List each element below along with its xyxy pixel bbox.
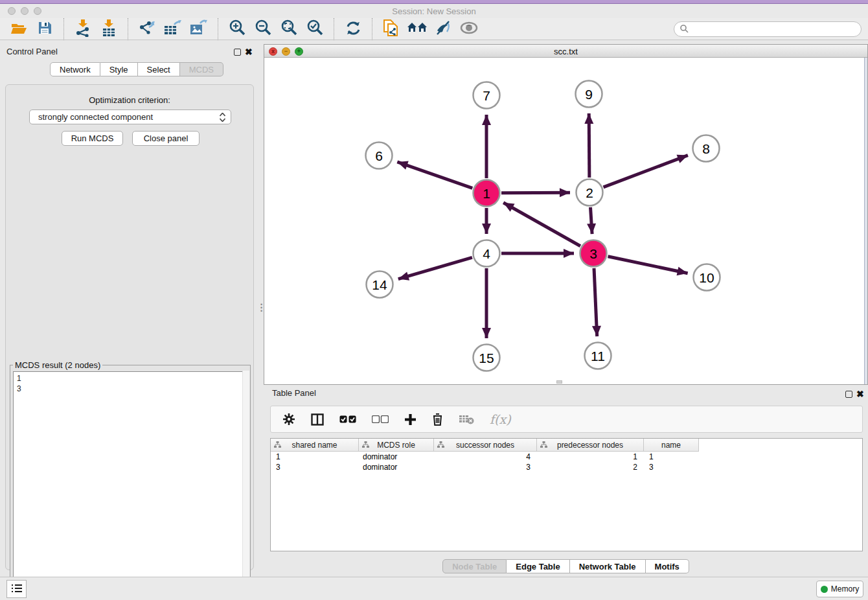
- zoom-fit-button[interactable]: [276, 19, 302, 39]
- column-header-predecessor-nodes[interactable]: predecessor nodes: [537, 439, 644, 452]
- select-all-checkboxes-icon[interactable]: [339, 415, 356, 423]
- column-hierarchy-icon: [274, 441, 281, 450]
- tab-mcds[interactable]: MCDS: [180, 62, 223, 76]
- column-header-MCDS-role[interactable]: MCDS role: [359, 439, 434, 452]
- table-row[interactable]: 1dominator411: [271, 452, 862, 462]
- table-cell[interactable]: 3: [271, 462, 359, 472]
- column-header-shared-name[interactable]: shared name: [271, 439, 359, 452]
- table-cell[interactable]: dominator: [359, 462, 434, 472]
- network-view-window: x − + scc.txt 7968124314101511: [264, 44, 868, 385]
- search-input[interactable]: [689, 23, 861, 36]
- import-network-icon: [74, 19, 91, 39]
- graph-edge-2-9[interactable]: [589, 113, 589, 178]
- column-header-label: predecessor nodes: [557, 441, 623, 450]
- task-history-button[interactable]: [6, 580, 27, 598]
- graph-node-label-15: 15: [479, 351, 494, 365]
- graph-edge-1-2[interactable]: [501, 192, 570, 193]
- tab-network-table[interactable]: Network Table: [570, 559, 646, 573]
- delete-column-icon[interactable]: [432, 413, 443, 426]
- graph-node-label-6: 6: [375, 148, 383, 163]
- import-network-button[interactable]: [70, 19, 96, 39]
- criterion-dropdown[interactable]: strongly connected component: [29, 110, 231, 124]
- zoom-in-button[interactable]: [224, 19, 250, 39]
- graph-edge-3-1[interactable]: [503, 203, 580, 246]
- tab-edge-table[interactable]: Edge Table: [507, 559, 569, 573]
- table-cell[interactable]: dominator: [359, 452, 434, 462]
- import-table-button[interactable]: [96, 19, 122, 39]
- splitter-handle-icon: •••: [260, 303, 262, 313]
- network-overview-button[interactable]: [404, 19, 430, 39]
- graph-edge-2-8[interactable]: [604, 156, 688, 187]
- node-table-header: shared nameMCDS rolesuccessor nodesprede…: [271, 439, 699, 452]
- export-image-button[interactable]: [186, 19, 212, 39]
- control-panel-tabs: Network Style Select MCDS: [50, 62, 223, 76]
- table-cell[interactable]: 1: [644, 452, 699, 462]
- clone-network-button[interactable]: [378, 19, 404, 39]
- column-hierarchy-icon: [540, 441, 547, 450]
- refresh-network-button[interactable]: [340, 19, 366, 39]
- table-cell[interactable]: 3: [434, 462, 537, 472]
- network-scroll-grip[interactable]: [556, 380, 562, 384]
- float-table-panel-icon[interactable]: [845, 391, 852, 398]
- main-toolbar: [0, 18, 868, 40]
- export-table-button[interactable]: [160, 19, 186, 39]
- control-panel-title: Control Panel: [6, 47, 58, 56]
- table-cell[interactable]: 1: [271, 452, 359, 462]
- graph-edge-1-6[interactable]: [397, 162, 472, 189]
- export-network-button[interactable]: [134, 19, 160, 39]
- zoom-in-icon: [229, 19, 246, 38]
- tab-motifs[interactable]: Motifs: [646, 559, 689, 573]
- graph-edge-2-3[interactable]: [590, 207, 592, 234]
- table-cell[interactable]: 4: [434, 452, 537, 462]
- column-header-name[interactable]: name: [644, 439, 699, 452]
- float-panel-icon[interactable]: [234, 49, 241, 56]
- add-column-icon[interactable]: [404, 413, 417, 426]
- table-panel: Table Panel ✖ f(x) shared nameMCDS roles…: [264, 385, 868, 577]
- function-builder-icon: f(x): [490, 412, 511, 426]
- graph-edge-3-10[interactable]: [608, 257, 688, 273]
- settings-gear-icon[interactable]: [282, 413, 295, 426]
- hide-graphics-details-button[interactable]: [430, 19, 456, 39]
- network-vertical-scrollbar[interactable]: [864, 58, 867, 384]
- open-session-button[interactable]: [6, 19, 32, 39]
- column-header-successor-nodes[interactable]: successor nodes: [434, 439, 537, 452]
- table-cell[interactable]: 3: [644, 462, 699, 472]
- graph-node-label-9: 9: [585, 87, 593, 102]
- graph-edge-3-11[interactable]: [594, 268, 597, 336]
- tab-network[interactable]: Network: [50, 62, 100, 76]
- tab-select[interactable]: Select: [138, 62, 180, 76]
- memory-button[interactable]: Memory: [816, 581, 863, 597]
- node-table[interactable]: shared nameMCDS rolesuccessor nodesprede…: [270, 438, 863, 551]
- tab-style[interactable]: Style: [100, 62, 138, 76]
- column-header-label: MCDS role: [377, 441, 415, 450]
- table-panel-title: Table Panel: [272, 388, 316, 398]
- delete-table-icon: [459, 414, 474, 424]
- panel-splitter[interactable]: •••: [259, 44, 264, 577]
- search-icon: [680, 24, 689, 35]
- show-graphics-details-button[interactable]: [456, 19, 482, 39]
- status-bar: Memory: [0, 577, 868, 600]
- mcds-result-textarea[interactable]: 1 3: [13, 371, 247, 600]
- network-graph[interactable]: 7968124314101511: [264, 58, 867, 384]
- stepper-arrows-icon: [218, 111, 226, 123]
- tab-node-table[interactable]: Node Table: [442, 559, 507, 573]
- search-box[interactable]: [674, 21, 862, 37]
- zoom-out-button[interactable]: [250, 19, 276, 39]
- close-table-panel-icon[interactable]: ✖: [856, 389, 864, 399]
- zoom-selected-button[interactable]: [302, 19, 328, 39]
- node-table-body: 1dominator4113dominator323: [271, 452, 862, 472]
- save-session-button[interactable]: [32, 19, 58, 39]
- close-panel-button[interactable]: Close panel: [132, 131, 200, 146]
- result-scrollbar[interactable]: [242, 371, 249, 600]
- table-cell[interactable]: 1: [537, 452, 644, 462]
- table-row[interactable]: 3dominator323: [271, 462, 862, 472]
- close-panel-icon[interactable]: ✖: [245, 47, 253, 57]
- eye-icon: [460, 21, 478, 37]
- deselect-all-checkboxes-icon[interactable]: [372, 415, 389, 423]
- graph-edge-4-14[interactable]: [398, 257, 472, 279]
- column-layout-icon[interactable]: [311, 413, 324, 426]
- clone-network-icon: [383, 19, 400, 39]
- table-panel-tabs: Node Table Edge Table Network Table Moti…: [264, 559, 868, 574]
- run-mcds-button[interactable]: Run MCDS: [62, 131, 123, 146]
- table-cell[interactable]: 2: [537, 462, 644, 472]
